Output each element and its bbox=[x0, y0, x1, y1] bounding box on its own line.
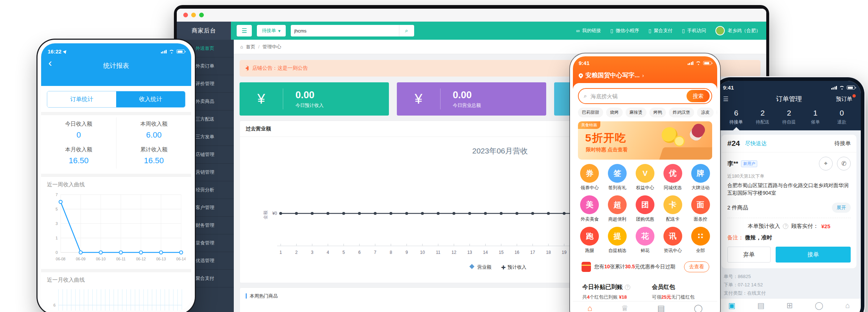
bonus-segment: ¥18 bbox=[619, 294, 627, 300]
search-button[interactable]: 搜索 bbox=[687, 90, 710, 102]
sidebar-item-label: 评价管理 bbox=[196, 81, 214, 87]
zoom-window-button[interactable] bbox=[199, 13, 204, 17]
close-window-button[interactable] bbox=[183, 13, 188, 17]
search-input[interactable] bbox=[590, 93, 684, 100]
map-button[interactable]: ⌖ bbox=[819, 157, 833, 170]
wifi-icon bbox=[169, 50, 174, 53]
grid-item-外卖美食[interactable]: 美外卖美食 bbox=[576, 195, 604, 222]
view-coupons-button[interactable]: 去查看 bbox=[684, 261, 709, 272]
topbar-links: ∞我的链接▯微信小程序▯聚合支付▯手机访问老乡鸡（合肥） bbox=[576, 26, 760, 35]
grid-item-大牌活动[interactable]: 牌大牌活动 bbox=[687, 164, 714, 191]
chip-烤鸭[interactable]: 烤鸭 bbox=[649, 108, 666, 117]
chip-烧烤[interactable]: 烧烤 bbox=[606, 108, 623, 117]
orders-icon[interactable]: ▣ bbox=[728, 302, 735, 309]
merchant-navbar: ☰ 订单管理 预订单 bbox=[723, 91, 855, 107]
admin-search-button[interactable]: ⌕ bbox=[399, 25, 414, 36]
list-icon[interactable]: ▤ bbox=[757, 302, 764, 309]
paid-value: ¥25 bbox=[821, 223, 830, 229]
minimize-window-button[interactable] bbox=[191, 13, 196, 17]
avatar bbox=[715, 26, 725, 35]
chip-凉皮[interactable]: 凉皮 bbox=[697, 108, 714, 117]
abandon-order-button[interactable]: 弃单 bbox=[727, 247, 771, 263]
profile-icon[interactable]: ◯ bbox=[694, 304, 703, 312]
chip-麻辣烫[interactable]: 麻辣烫 bbox=[626, 108, 646, 117]
promo-banner[interactable]: 美食特惠 5折开吃 限时特惠 点击查看 bbox=[578, 121, 712, 160]
back-button[interactable]: ‹ bbox=[48, 57, 52, 68]
svg-text:1: 1 bbox=[56, 236, 58, 240]
crown-icon[interactable]: ♕ bbox=[621, 304, 628, 312]
stats-header: 16:22 ‹ 统计报表 bbox=[41, 43, 191, 86]
grid-item-签到有礼[interactable]: 签签到有礼 bbox=[604, 164, 631, 191]
topbar-link[interactable]: ▯聚合支付 bbox=[649, 27, 673, 34]
customer-history: 近180天第1次下单 bbox=[722, 170, 856, 179]
week-chart-section: 近一周收入曲线 7531006-0806-0906-1006-1106-1206… bbox=[41, 177, 191, 269]
accept-order-button[interactable]: 接单 bbox=[776, 247, 851, 263]
preorder-button[interactable]: 预订单 bbox=[836, 96, 855, 103]
paid-label: 顾客实付： bbox=[791, 223, 818, 230]
home-icon[interactable]: ⌂ bbox=[587, 304, 592, 312]
grid-item-商超便利[interactable]: 超商超便利 bbox=[604, 195, 631, 222]
info-icon[interactable]: ? bbox=[783, 224, 788, 229]
sidebar-item-label: 三方配送 bbox=[196, 116, 214, 122]
receipt-icon[interactable]: ⊞ bbox=[786, 302, 793, 309]
breadcrumb-home[interactable]: 首页 bbox=[246, 44, 255, 50]
call-button[interactable]: ✆ bbox=[837, 157, 851, 170]
stats-icon[interactable]: ◯ bbox=[815, 302, 823, 309]
grid-item-领券中心[interactable]: 券领券中心 bbox=[576, 164, 604, 191]
grid-item-权益中心[interactable]: V权益中心 bbox=[631, 164, 659, 191]
status-tab-待接单[interactable]: 6待接单 bbox=[723, 109, 749, 130]
month-chart-section: 近一月收入曲线 6 bbox=[41, 272, 191, 311]
grid-item-配送卡[interactable]: 卡配送卡 bbox=[659, 195, 687, 222]
orders-icon[interactable]: ▤ bbox=[657, 304, 665, 312]
svg-text:8: 8 bbox=[390, 250, 392, 255]
svg-text:13: 13 bbox=[467, 250, 472, 255]
pending-orders-dropdown[interactable]: 待接单 ▾ bbox=[257, 25, 286, 36]
coupon-segment: 10 bbox=[604, 264, 610, 269]
chip-巴莉甜甜[interactable]: 巴莉甜甜 bbox=[578, 108, 603, 117]
admin-topbar: ☰ 待接单 ▾ ⌕ ∞我的链接▯微信小程序▯聚合支付▯手机访问老乡鸡（合肥） bbox=[231, 22, 766, 40]
grid-item-跑腿[interactable]: 跑跑腿 bbox=[576, 227, 604, 254]
bonus-segment: 25元 bbox=[661, 294, 671, 300]
svg-text:预计收入: 预计收入 bbox=[507, 264, 526, 270]
status-tab-退款[interactable]: 0退款 bbox=[829, 109, 855, 130]
location-selector[interactable]: 安粮国贸中心写字... › bbox=[579, 71, 711, 79]
grid-item-团购优惠[interactable]: 团团购优惠 bbox=[631, 195, 659, 222]
week-chart-title: 近一周收入曲线 bbox=[47, 181, 185, 188]
profile-icon[interactable]: ⌂ bbox=[845, 302, 850, 309]
card-value: 0.00 bbox=[295, 90, 324, 101]
admin-search-input[interactable] bbox=[291, 25, 399, 36]
grid-item-自提精选[interactable]: 提自提精选 bbox=[604, 227, 631, 254]
grid-item-鲜花[interactable]: 花鲜花 bbox=[631, 227, 659, 254]
wifi-icon bbox=[696, 61, 701, 65]
grid-item-全部[interactable]: ∷全部 bbox=[687, 227, 714, 254]
brand-title: 商家后台 bbox=[177, 22, 231, 40]
hamburger-menu-button[interactable]: ☰ bbox=[237, 25, 252, 36]
chip-炸鸡汉堡[interactable]: 炸鸡汉堡 bbox=[669, 108, 694, 117]
grid-item-面条控[interactable]: 面面条控 bbox=[687, 195, 714, 222]
account-menu[interactable]: 老乡鸡（合肥） bbox=[715, 26, 760, 35]
status-tab-待自提[interactable]: 2待自提 bbox=[776, 109, 802, 130]
topbar-link[interactable]: ▯微信小程序 bbox=[610, 27, 639, 34]
order-number: #24 bbox=[727, 139, 740, 148]
tab-订单统计[interactable]: 订单统计 bbox=[47, 91, 116, 107]
topbar-link[interactable]: ∞我的链接 bbox=[576, 27, 601, 34]
bonus-segment: 个红包已到账 bbox=[589, 294, 619, 300]
topbar-link[interactable]: ▯手机访问 bbox=[682, 27, 706, 34]
grid-item-同城优选[interactable]: 优同城优选 bbox=[659, 164, 687, 191]
account-name: 老乡鸡（合肥） bbox=[728, 27, 760, 34]
svg-text:9: 9 bbox=[405, 250, 408, 255]
bonus-segment: 无门槛红包 bbox=[671, 294, 694, 300]
grid-item-资讯中心[interactable]: 讯资讯中心 bbox=[659, 227, 687, 254]
status-label: 催单 bbox=[811, 119, 820, 125]
chip-奶茶[interactable]: 奶茶 bbox=[716, 108, 717, 117]
status-tab-催单[interactable]: 1催单 bbox=[802, 109, 829, 130]
category-icon: 提 bbox=[608, 227, 627, 246]
status-count: 2 bbox=[787, 109, 791, 117]
grid-item-label: 商超便利 bbox=[608, 216, 626, 222]
svg-text:营业额: 营业额 bbox=[477, 264, 491, 270]
status-label: 待自提 bbox=[782, 119, 796, 125]
status-tab-待配送[interactable]: 2待配送 bbox=[749, 109, 776, 130]
expand-button[interactable]: 展开 bbox=[832, 203, 851, 213]
topbar-link-label: 我的链接 bbox=[582, 27, 601, 34]
tab-收入统计[interactable]: 收入统计 bbox=[116, 91, 185, 107]
